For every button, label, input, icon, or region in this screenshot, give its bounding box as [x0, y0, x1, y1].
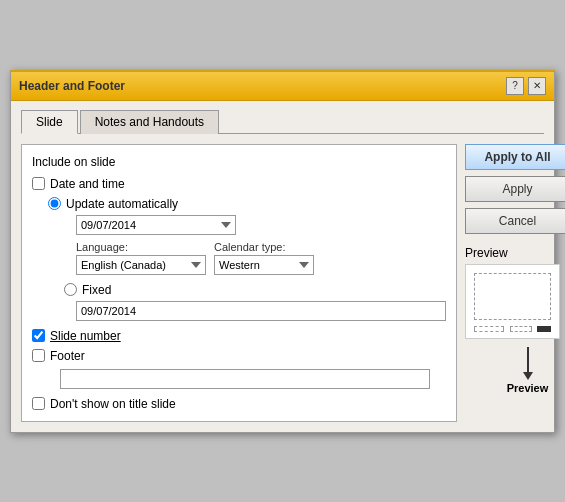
footer-input[interactable]: [60, 369, 430, 389]
dialog-title: Header and Footer: [19, 79, 125, 93]
calendar-label: Calendar type:: [214, 241, 314, 253]
calendar-select[interactable]: Western: [214, 255, 314, 275]
preview-box: [465, 264, 560, 339]
update-auto-row: Update automatically: [48, 197, 446, 211]
preview-slide-area: [474, 273, 551, 320]
tab-bar: Slide Notes and Handouts: [21, 109, 544, 134]
preview-bottom: [470, 324, 555, 334]
preview-arrow-container: Preview: [485, 347, 565, 394]
apply-button[interactable]: Apply: [465, 176, 565, 202]
slide-number-row: Slide number: [32, 329, 446, 343]
slide-number-checkbox[interactable]: [32, 329, 45, 342]
preview-dash-right: [537, 326, 551, 332]
radio-group: Update automatically 09/07/2014 Language…: [48, 197, 446, 321]
dont-show-row: Don't show on title slide: [32, 397, 446, 411]
calendar-group: Calendar type: Western: [214, 241, 314, 275]
content-area: Include on slide Date and time Update au…: [21, 134, 544, 422]
fixed-date-input[interactable]: [76, 301, 446, 321]
preview-section: Preview: [465, 246, 565, 339]
update-auto-radio[interactable]: [48, 197, 61, 210]
preview-dash-left: [474, 326, 504, 332]
fixed-label: Fixed: [82, 283, 111, 297]
section-label: Include on slide: [32, 155, 446, 169]
close-button[interactable]: ✕: [528, 77, 546, 95]
footer-label: Footer: [50, 349, 85, 363]
footer-checkbox[interactable]: [32, 349, 45, 362]
fixed-row: Fixed: [64, 283, 446, 297]
date-select[interactable]: 09/07/2014: [76, 215, 236, 235]
dont-show-label: Don't show on title slide: [50, 397, 176, 411]
dialog-body: Slide Notes and Handouts Include on slid…: [11, 101, 554, 432]
left-panel: Include on slide Date and time Update au…: [21, 144, 457, 422]
fixed-radio[interactable]: [64, 283, 77, 296]
apply-to-all-button[interactable]: Apply to All: [465, 144, 565, 170]
fixed-input-row: [76, 301, 446, 321]
date-time-checkbox[interactable]: [32, 177, 45, 190]
help-button[interactable]: ?: [506, 77, 524, 95]
right-panel: Apply to All Apply Cancel Preview: [465, 144, 565, 422]
update-auto-label: Update automatically: [66, 197, 178, 211]
language-select[interactable]: English (Canada): [76, 255, 206, 275]
lang-cal-row: Language: English (Canada) Calendar type…: [76, 241, 446, 275]
footer-checkbox-row: Footer: [32, 349, 446, 363]
slide-number-label: Slide number: [50, 329, 121, 343]
dont-show-checkbox[interactable]: [32, 397, 45, 410]
date-dropdown-row: 09/07/2014: [76, 215, 446, 235]
title-bar-controls: ? ✕: [506, 77, 546, 95]
language-label: Language:: [76, 241, 206, 253]
preview-dash-center: [510, 326, 532, 332]
arrow-shaft: [527, 347, 529, 372]
tab-notes-handouts[interactable]: Notes and Handouts: [80, 110, 219, 134]
language-group: Language: English (Canada): [76, 241, 206, 275]
date-time-row: Date and time: [32, 177, 446, 191]
arrow-head-down: [523, 372, 533, 380]
tab-slide[interactable]: Slide: [21, 110, 78, 134]
header-footer-dialog: Header and Footer ? ✕ Slide Notes and Ha…: [10, 70, 555, 433]
title-bar: Header and Footer ? ✕: [11, 72, 554, 101]
preview-label: Preview: [465, 246, 508, 260]
footer-input-row: [60, 369, 446, 389]
date-time-label: Date and time: [50, 177, 125, 191]
cancel-button[interactable]: Cancel: [465, 208, 565, 234]
preview-caption: Preview: [507, 382, 549, 394]
